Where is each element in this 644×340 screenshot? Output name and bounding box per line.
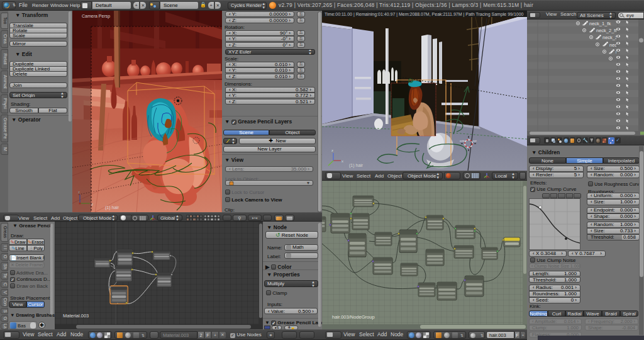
- svg-text:z: z: [331, 149, 333, 152]
- svg-text:hair.003/NodeGroup: hair.003/NodeGroup: [332, 314, 375, 320]
- svg-text:Time:00:11.00 | Remaining:01:4: Time:00:11.00 | Remaining:01:40.97 | Mem…: [325, 12, 524, 17]
- svg-text:(1) hair: (1) hair: [349, 163, 364, 168]
- svg-text:aut: aut: [473, 139, 477, 142]
- svg-text:(1) hair: (1) hair: [105, 205, 119, 210]
- svg-text:neck_1_fk: neck_1_fk: [589, 21, 611, 26]
- svg-text:neck_2_fk: neck_2_fk: [596, 28, 618, 33]
- svg-text:Camera Persp: Camera Persp: [82, 14, 110, 19]
- svg-text:autо: autо: [460, 139, 465, 142]
- svg-text:x: x: [341, 159, 343, 163]
- svg-text:Material.003: Material.003: [63, 313, 89, 319]
